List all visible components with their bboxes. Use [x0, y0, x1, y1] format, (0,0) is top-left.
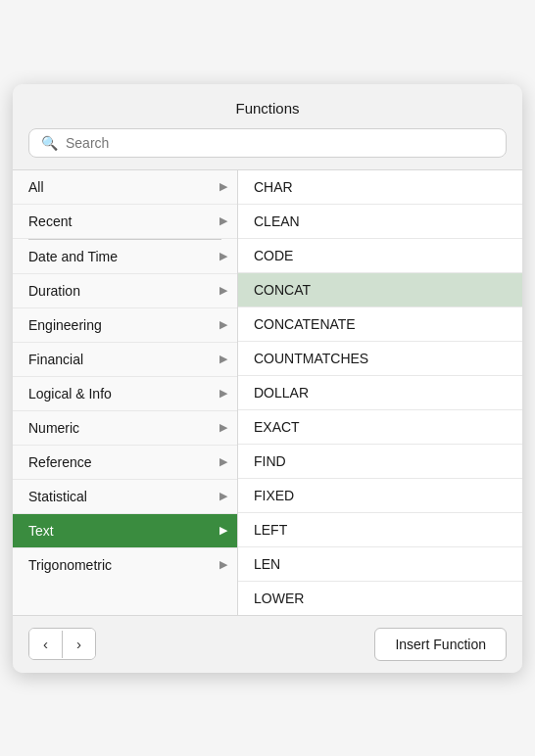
category-label: Reference: [28, 454, 92, 470]
back-button[interactable]: ‹: [29, 629, 62, 659]
chevron-right-icon: ▶: [219, 387, 227, 400]
category-item-logical-info[interactable]: Logical & Info▶: [13, 377, 237, 411]
functions-panel: Functions 🔍 All▶Recent▶Date and Time▶Dur…: [13, 84, 522, 673]
category-item-financial[interactable]: Financial▶: [13, 343, 237, 377]
function-item-exact[interactable]: EXACT: [238, 410, 522, 445]
category-item-trigonometric[interactable]: Trigonometric▶: [13, 548, 237, 582]
content-area: All▶Recent▶Date and Time▶Duration▶Engine…: [13, 169, 522, 615]
category-label: Numeric: [28, 420, 79, 436]
function-item-fixed[interactable]: FIXED: [238, 479, 522, 513]
category-label: Trigonometric: [28, 557, 112, 573]
forward-button[interactable]: ›: [63, 629, 95, 659]
category-label: Statistical: [28, 489, 87, 504]
categories-list: All▶Recent▶Date and Time▶Duration▶Engine…: [13, 170, 238, 615]
bottom-bar: ‹ › Insert Function: [13, 615, 522, 673]
function-item-clean[interactable]: CLEAN: [238, 205, 522, 239]
panel-title: Functions: [13, 84, 522, 128]
chevron-right-icon: ▶: [219, 353, 227, 365]
function-item-lower[interactable]: LOWER: [238, 582, 522, 615]
function-item-left[interactable]: LEFT: [238, 513, 522, 547]
category-item-all[interactable]: All▶: [13, 170, 237, 205]
function-item-len[interactable]: LEN: [238, 547, 522, 582]
category-label: Text: [28, 523, 54, 539]
category-label: Recent: [28, 213, 72, 229]
chevron-right-icon: ▶: [219, 455, 227, 468]
chevron-right-icon: ▶: [219, 284, 227, 297]
function-item-countmatches[interactable]: COUNTMATCHES: [238, 342, 522, 376]
chevron-right-icon: ▶: [219, 214, 227, 227]
function-item-concatenate[interactable]: CONCATENATE: [238, 307, 522, 342]
chevron-right-icon: ▶: [219, 180, 227, 193]
search-box: 🔍: [28, 128, 507, 158]
category-label: Logical & Info: [28, 386, 112, 402]
category-item-date-time[interactable]: Date and Time▶: [13, 240, 237, 274]
category-label: Financial: [28, 352, 83, 367]
function-item-find[interactable]: FIND: [238, 445, 522, 479]
function-item-char[interactable]: CHAR: [238, 170, 522, 205]
category-label: Engineering: [28, 317, 102, 333]
chevron-right-icon: ▶: [219, 524, 227, 537]
chevron-right-icon: ▶: [219, 421, 227, 434]
category-item-reference[interactable]: Reference▶: [13, 446, 237, 480]
category-item-text[interactable]: Text▶: [13, 514, 237, 548]
function-item-code[interactable]: CODE: [238, 239, 522, 273]
category-label: Date and Time: [28, 249, 118, 264]
chevron-right-icon: ▶: [219, 318, 227, 331]
chevron-right-icon: ▶: [219, 490, 227, 502]
chevron-right-icon: ▶: [219, 250, 227, 262]
category-label: Duration: [28, 283, 80, 299]
category-item-duration[interactable]: Duration▶: [13, 274, 237, 308]
category-item-statistical[interactable]: Statistical▶: [13, 480, 237, 514]
search-container: 🔍: [13, 128, 522, 169]
search-input[interactable]: [66, 135, 494, 151]
category-item-recent[interactable]: Recent▶: [13, 205, 237, 239]
insert-function-button[interactable]: Insert Function: [374, 628, 507, 661]
function-item-concat[interactable]: CONCAT: [238, 273, 522, 307]
category-item-numeric[interactable]: Numeric▶: [13, 411, 237, 446]
nav-buttons: ‹ ›: [28, 628, 96, 660]
category-label: All: [28, 179, 44, 195]
chevron-right-icon: ▶: [219, 558, 227, 571]
category-item-engineering[interactable]: Engineering▶: [13, 308, 237, 343]
function-item-dollar[interactable]: DOLLAR: [238, 376, 522, 410]
search-icon: 🔍: [41, 135, 58, 151]
functions-list: CHARCLEANCODECONCATCONCATENATECOUNTMATCH…: [238, 170, 522, 615]
